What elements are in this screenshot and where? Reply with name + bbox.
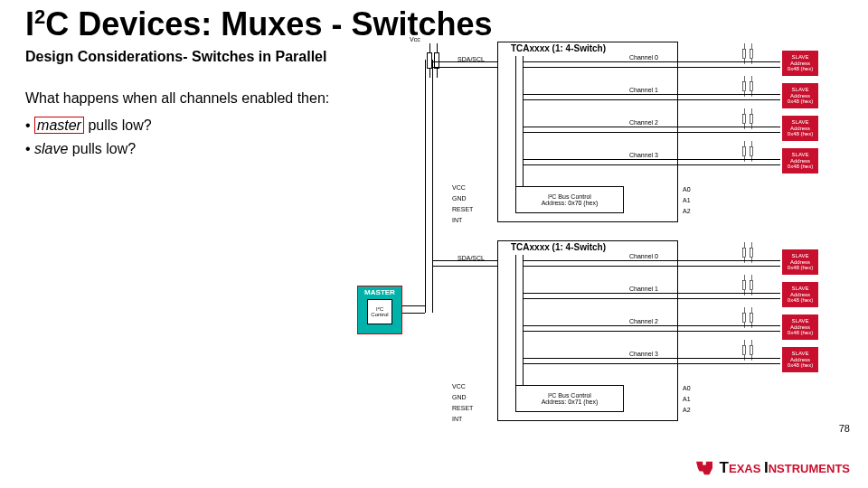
wire (523, 99, 780, 100)
master-inner: I²C Control (367, 299, 392, 324)
slave-block: SLAVE Address 0x48 (hex) (782, 83, 818, 108)
slave-block: SLAVE Address 0x48 (hex) (782, 282, 818, 307)
pin-a0: A0 (683, 385, 691, 391)
slave-block: SLAVE Address 0x48 (hex) (782, 314, 818, 340)
wire (432, 61, 497, 62)
logo-exas: EXAS (729, 462, 764, 475)
switch-title-bot: TCAxxxx (1: 4-Switch) (509, 242, 608, 252)
wire (515, 255, 516, 385)
slave-l3: 0x48 (hex) (782, 297, 818, 304)
slave-l1: SLAVE (782, 54, 818, 61)
channel-label: Channel 0 (628, 54, 659, 61)
slave-l3: 0x48 (hex) (782, 330, 818, 336)
bus-control-top: I²C Bus Control Address: 0x70 (hex) (515, 186, 624, 213)
pin-reset: RESET (452, 206, 473, 212)
logo-t: T (720, 459, 729, 476)
slave-block: SLAVE Address 0x48 (hex) (782, 116, 818, 141)
pullup-resistor (747, 307, 756, 329)
pin-int: INT (452, 416, 462, 422)
master-label: MASTER (364, 288, 395, 296)
channel-label: Channel 3 (628, 152, 659, 158)
slave-l2: Address (782, 324, 818, 331)
pullup-resistor (747, 340, 756, 361)
wire (523, 56, 524, 186)
wire (523, 331, 780, 332)
subtitle: Design Considerations- Switches in Paral… (25, 49, 326, 65)
slave-l2: Address (782, 93, 818, 99)
bus-ctrl-l1b: I²C Bus Control (516, 392, 623, 399)
master-block: MASTER I²C Control (357, 286, 402, 334)
term-master: master (34, 117, 84, 134)
pullup-resistor (747, 76, 756, 98)
term-slave: slave (34, 141, 68, 156)
slave-l2: Address (782, 61, 818, 67)
ti-logo: TEXAS INSTRUMENTS (694, 459, 850, 477)
slave-l2: Address (782, 259, 818, 266)
slave-l1: SLAVE (782, 152, 818, 158)
title-prefix: I (25, 5, 34, 42)
channel-label: Channel 1 (628, 87, 659, 93)
wire (432, 67, 497, 68)
slave-l3: 0x48 (hex) (782, 164, 818, 170)
bullet-slave: slave pulls low? (25, 141, 152, 157)
bus-ctrl-l1: I²C Bus Control (516, 193, 623, 200)
slave-block: SLAVE Address 0x48 (hex) (782, 249, 818, 275)
pin-gnd: GND (452, 195, 467, 202)
slave-l2: Address (782, 158, 818, 164)
wire (523, 132, 780, 133)
slave-block: SLAVE Address 0x48 (hex) (782, 51, 818, 76)
bullet-rest-1: pulls low? (68, 141, 136, 156)
slave-l3: 0x48 (hex) (782, 99, 818, 105)
pullup-resistor (747, 43, 756, 65)
slave-block: SLAVE Address 0x48 (hex) (782, 347, 818, 372)
vcc-label: Vcc (410, 36, 420, 42)
ti-icon (694, 460, 714, 476)
question-text: What happens when all channels enabled t… (25, 90, 329, 107)
channel-label: Channel 0 (628, 253, 659, 259)
pullup-resistor (747, 108, 756, 130)
slide-title: I2C Devices: Muxes - Switches (25, 5, 492, 43)
slave-l1: SLAVE (782, 87, 818, 93)
bullet-master: master pulls low? (25, 117, 152, 134)
slave-l2: Address (782, 126, 818, 132)
pin-gnd: GND (452, 394, 467, 400)
bus-control-bot: I²C Bus Control Address: 0x71 (hex) (515, 385, 624, 412)
pullup-resistor (747, 242, 756, 264)
slave-l1: SLAVE (782, 119, 818, 126)
wire (432, 260, 497, 261)
channel-label: Channel 2 (628, 119, 659, 126)
slave-l3: 0x48 (hex) (782, 66, 818, 72)
wire (425, 60, 426, 313)
switch-title-top: TCAxxxx (1: 4-Switch) (509, 43, 608, 53)
wire (523, 266, 780, 267)
bus-ctrl-addr-bot: Address: 0x71 (hex) (516, 399, 623, 405)
wire (523, 164, 780, 165)
wire (515, 56, 516, 186)
title-super: 2 (34, 5, 45, 28)
pullup-resistor (747, 275, 756, 296)
wire (432, 266, 497, 267)
wire (523, 298, 780, 299)
channel-label: Channel 2 (628, 318, 659, 324)
slave-l3: 0x48 (hex) (782, 131, 818, 137)
slave-l3: 0x48 (hex) (782, 265, 818, 271)
bullet-rest-0: pulls low? (84, 117, 152, 133)
logo-nstr: NSTRUMENTS (769, 462, 850, 475)
page-number: 78 (839, 423, 850, 434)
slave-l3: 0x48 (hex) (782, 362, 818, 369)
slave-l2: Address (782, 357, 818, 363)
wire (432, 60, 433, 313)
slave-block: SLAVE Address 0x48 (hex) (782, 148, 818, 174)
pin-a0: A0 (683, 186, 691, 192)
wire (523, 255, 524, 385)
slave-l1: SLAVE (782, 318, 818, 324)
slave-l1: SLAVE (782, 253, 818, 259)
channel-label: Channel 1 (628, 286, 659, 292)
pin-vcc: VCC (452, 383, 466, 389)
wire (402, 313, 425, 314)
bus-ctrl-addr-top: Address: 0x70 (hex) (516, 200, 623, 206)
slave-l2: Address (782, 292, 818, 298)
pin-vcc: VCC (452, 184, 466, 191)
channel-label: Channel 3 (628, 351, 659, 357)
pin-a1: A1 (683, 396, 691, 402)
